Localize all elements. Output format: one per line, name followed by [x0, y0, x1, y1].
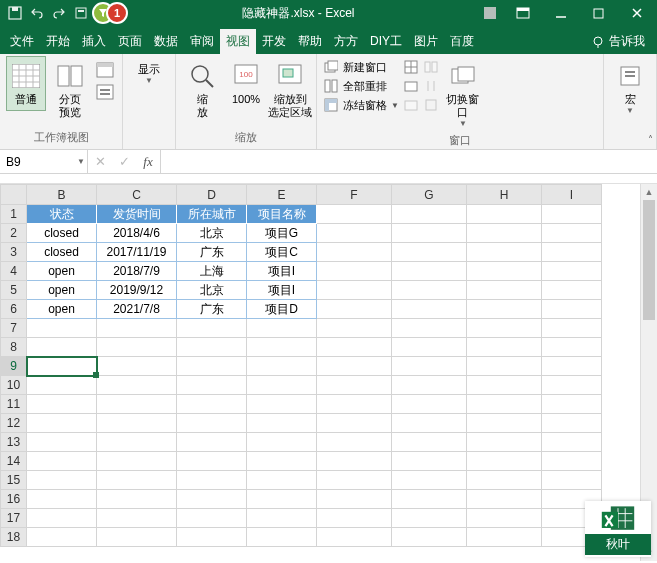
row-header[interactable]: 7 [1, 319, 27, 338]
column-header[interactable]: I [542, 185, 602, 205]
cell[interactable]: 北京 [177, 281, 247, 300]
cell[interactable] [177, 319, 247, 338]
cell[interactable] [542, 319, 602, 338]
cell[interactable] [317, 414, 392, 433]
row-header[interactable]: 12 [1, 414, 27, 433]
cell[interactable] [392, 281, 467, 300]
cell[interactable]: 2017/11/19 [97, 243, 177, 262]
redo-icon[interactable] [50, 4, 68, 22]
cell[interactable] [392, 433, 467, 452]
cell[interactable] [467, 376, 542, 395]
cell[interactable]: closed [27, 224, 97, 243]
accept-formula-button[interactable]: ✓ [112, 154, 136, 169]
page-layout-icon[interactable] [94, 60, 116, 80]
cell[interactable] [247, 357, 317, 376]
cell[interactable] [317, 205, 392, 224]
cell[interactable] [247, 395, 317, 414]
cell[interactable] [247, 376, 317, 395]
cell[interactable] [317, 452, 392, 471]
cell[interactable] [247, 490, 317, 509]
insert-function-button[interactable]: fx [136, 154, 160, 170]
tab-fangfang[interactable]: 方方 [328, 29, 364, 54]
row-header[interactable]: 13 [1, 433, 27, 452]
cell[interactable] [97, 490, 177, 509]
row-header[interactable]: 4 [1, 262, 27, 281]
cell[interactable] [317, 281, 392, 300]
arrange-all-button[interactable]: 全部重排 [323, 77, 399, 95]
tell-me[interactable]: 告诉我 [583, 29, 653, 54]
column-header[interactable]: H [467, 185, 542, 205]
cell[interactable]: open [27, 300, 97, 319]
cell[interactable] [392, 528, 467, 547]
cell[interactable] [27, 357, 97, 376]
cell[interactable] [392, 319, 467, 338]
cell[interactable] [392, 262, 467, 281]
row-header[interactable]: 8 [1, 338, 27, 357]
cell[interactable] [97, 509, 177, 528]
cell[interactable] [27, 414, 97, 433]
cell[interactable] [177, 376, 247, 395]
cell[interactable]: 项目D [247, 300, 317, 319]
view-side-by-side-button[interactable] [423, 58, 439, 76]
cell[interactable] [97, 471, 177, 490]
name-box[interactable]: B9 ▼ [0, 150, 88, 173]
cell[interactable] [392, 490, 467, 509]
scroll-up-icon[interactable]: ▲ [641, 184, 657, 200]
cell[interactable] [177, 357, 247, 376]
cell[interactable] [542, 395, 602, 414]
cell[interactable] [392, 338, 467, 357]
cell[interactable] [467, 490, 542, 509]
cell[interactable] [392, 414, 467, 433]
cell[interactable] [27, 395, 97, 414]
row-header[interactable]: 3 [1, 243, 27, 262]
new-window-button[interactable]: 新建窗口 [323, 58, 399, 76]
cell[interactable] [392, 452, 467, 471]
cell[interactable]: 2018/4/6 [97, 224, 177, 243]
cell[interactable] [27, 376, 97, 395]
macros-button[interactable]: 宏 ▼ [610, 56, 650, 120]
cell[interactable] [97, 414, 177, 433]
sync-scroll-button[interactable] [423, 77, 439, 95]
cell[interactable] [247, 338, 317, 357]
undo-icon[interactable] [28, 4, 46, 22]
cancel-formula-button[interactable]: ✕ [88, 154, 112, 169]
cell[interactable] [392, 357, 467, 376]
cell[interactable] [542, 376, 602, 395]
cell[interactable] [97, 338, 177, 357]
cell[interactable] [177, 414, 247, 433]
cell[interactable] [247, 471, 317, 490]
cell[interactable]: 上海 [177, 262, 247, 281]
tab-developer[interactable]: 开发 [256, 29, 292, 54]
notification-badge[interactable]: 1 [94, 2, 116, 24]
cell[interactable] [542, 205, 602, 224]
cell[interactable] [97, 395, 177, 414]
row-header[interactable]: 5 [1, 281, 27, 300]
cell[interactable] [542, 433, 602, 452]
cell[interactable]: 状态 [27, 205, 97, 224]
scrollbar-thumb[interactable] [643, 200, 655, 320]
cell[interactable] [247, 319, 317, 338]
qat-extra-icon[interactable] [72, 4, 90, 22]
row-header[interactable]: 14 [1, 452, 27, 471]
cell[interactable] [247, 452, 317, 471]
cell[interactable] [542, 338, 602, 357]
cell[interactable] [392, 509, 467, 528]
cell[interactable] [97, 452, 177, 471]
page-break-preview-button[interactable]: 分页 预览 [50, 56, 90, 124]
tab-home[interactable]: 开始 [40, 29, 76, 54]
formula-input[interactable] [161, 150, 657, 173]
cell[interactable] [467, 509, 542, 528]
row-header[interactable]: 1 [1, 205, 27, 224]
cell[interactable]: 项目名称 [247, 205, 317, 224]
row-header[interactable]: 6 [1, 300, 27, 319]
cell[interactable] [317, 224, 392, 243]
cell[interactable]: 广东 [177, 300, 247, 319]
cell[interactable] [467, 357, 542, 376]
cell[interactable] [542, 471, 602, 490]
cell[interactable] [97, 357, 177, 376]
cell[interactable] [467, 414, 542, 433]
cell[interactable] [542, 243, 602, 262]
cell[interactable] [467, 281, 542, 300]
cell[interactable] [542, 262, 602, 281]
cell[interactable]: 发货时间 [97, 205, 177, 224]
